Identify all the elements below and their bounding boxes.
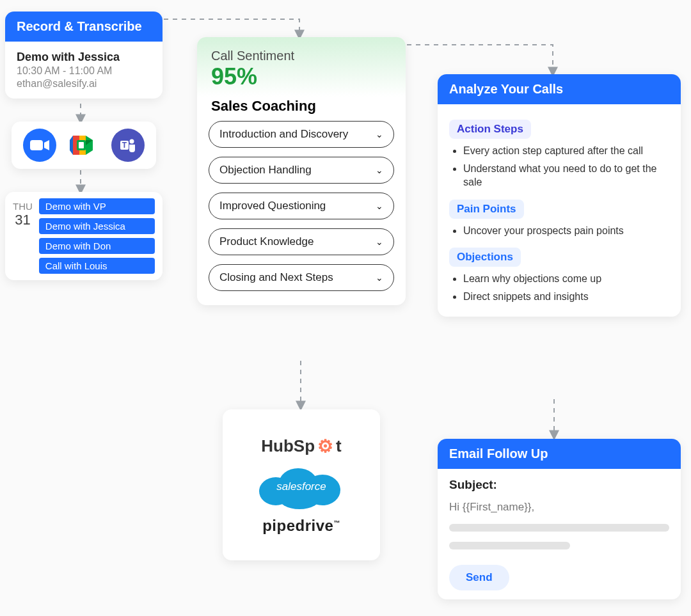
calendar-event[interactable]: Demo with Jessica: [39, 218, 155, 234]
analyze-card: Analyze Your Calls Action Steps Every ac…: [438, 74, 681, 317]
email-card: Email Follow Up Subject: Hi {{First_name…: [438, 439, 681, 599]
chevron-down-icon: ⌄: [376, 201, 383, 211]
coaching-item[interactable]: Product Knowledge⌄: [209, 228, 394, 255]
sprocket-icon: ⚙: [317, 436, 333, 457]
email-header: Email Follow Up: [438, 439, 681, 469]
section-action-steps: Action Steps: [449, 120, 531, 139]
section-objections: Objections: [449, 248, 521, 267]
coaching-item[interactable]: Improved Questioning⌄: [209, 193, 394, 219]
salesforce-logo: salesforce: [253, 464, 349, 509]
zoom-icon: [23, 129, 56, 162]
svg-point-5: [129, 139, 134, 144]
list-item: Direct snippets and insights: [463, 290, 669, 304]
ms-teams-icon: T: [111, 129, 145, 162]
calendar-day-label: THU: [13, 201, 33, 212]
list-item: Learn why objections come up: [463, 272, 669, 286]
meeting-email: ethan@salesify.ai: [17, 78, 151, 90]
email-greeting: Hi {{First_name}},: [449, 501, 669, 514]
svg-rect-0: [30, 140, 43, 150]
sentiment-value: 95%: [211, 63, 392, 90]
list-item: Understand what you need to do to get th…: [463, 162, 669, 189]
analyze-header: Analyze Your Calls: [438, 74, 681, 104]
svg-text:T: T: [122, 141, 127, 150]
svg-rect-2: [79, 142, 84, 148]
coaching-title: Sales Coaching: [197, 97, 406, 121]
meeting-platforms-card: T: [12, 122, 156, 169]
coaching-item[interactable]: Objection Handling⌄: [209, 157, 394, 184]
record-transcribe-card: Record & Transcribe Demo with Jessica 10…: [5, 12, 163, 99]
calendar-events: Demo with VP Demo with Jessica Demo with…: [39, 198, 155, 274]
chevron-down-icon: ⌄: [376, 237, 383, 247]
list-item: Uncover your prospects pain points: [463, 224, 669, 238]
chevron-down-icon: ⌄: [376, 272, 383, 283]
chevron-down-icon: ⌄: [376, 165, 383, 175]
email-subject-label: Subject:: [449, 478, 669, 492]
chevron-down-icon: ⌄: [376, 129, 383, 139]
send-button[interactable]: Send: [449, 565, 509, 590]
action-steps-list: Every action step captured after the cal…: [449, 144, 669, 189]
coaching-item[interactable]: Closing and Next Steps⌄: [209, 264, 394, 291]
google-meet-icon: [67, 129, 100, 162]
record-header: Record & Transcribe: [5, 12, 163, 42]
meeting-title: Demo with Jessica: [17, 51, 151, 64]
email-body-placeholder: [449, 542, 570, 549]
pain-points-list: Uncover your prospects pain points: [449, 224, 669, 238]
calendar-day-number: 31: [13, 212, 33, 228]
calendar-card: THU 31 Demo with VP Demo with Jessica De…: [5, 192, 163, 280]
calendar-event[interactable]: Demo with Don: [39, 238, 155, 254]
calendar-day: THU 31: [13, 198, 33, 274]
pipedrive-logo: pipedrive™: [262, 517, 340, 535]
sentiment-label: Call Sentiment: [211, 49, 392, 63]
meeting-time: 10:30 AM - 11:00 AM: [17, 65, 151, 77]
calendar-event[interactable]: Call with Louis: [39, 258, 155, 274]
email-body-placeholder: [449, 524, 669, 532]
objections-list: Learn why objections come up Direct snip…: [449, 272, 669, 303]
coaching-item[interactable]: Introduction and Discovery⌄: [209, 121, 394, 148]
section-pain-points: Pain Points: [449, 200, 524, 219]
coaching-card: Call Sentiment 95% Sales Coaching Introd…: [197, 37, 406, 305]
hubspot-logo: HubSp⚙t: [261, 436, 341, 457]
list-item: Every action step captured after the cal…: [463, 144, 669, 158]
calendar-event[interactable]: Demo with VP: [39, 198, 155, 214]
integrations-card: HubSp⚙t salesforce pipedrive™: [223, 409, 380, 560]
